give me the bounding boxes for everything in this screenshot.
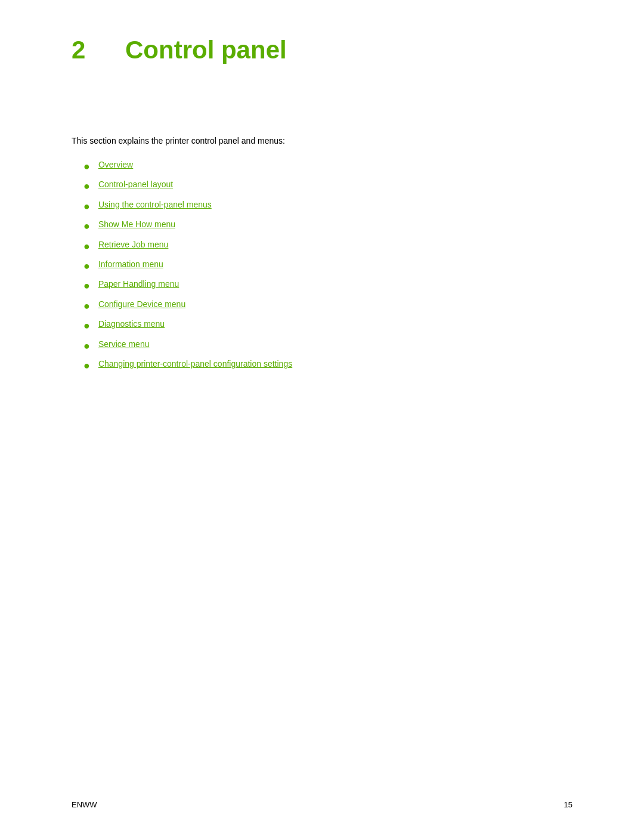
list-item: ●Show Me How menu	[83, 219, 572, 233]
toc-link-diagnostics-menu[interactable]: Diagnostics menu	[98, 319, 165, 329]
list-item: ●Retrieve Job menu	[83, 240, 572, 253]
toc-link-service-menu[interactable]: Service menu	[98, 339, 150, 349]
bullet-icon: ●	[83, 339, 90, 353]
section-intro: This section explains the printer contro…	[72, 136, 572, 145]
list-item: ●Changing printer-control-panel configur…	[83, 359, 572, 373]
page: 2 Control panel This section explains th…	[0, 0, 644, 833]
bullet-icon: ●	[83, 319, 90, 333]
toc-link-overview[interactable]: Overview	[98, 160, 133, 169]
toc-link-retrieve-job-menu[interactable]: Retrieve Job menu	[98, 240, 169, 249]
bullet-icon: ●	[83, 219, 90, 233]
toc-link-paper-handling-menu[interactable]: Paper Handling menu	[98, 279, 179, 289]
chapter-header: 2 Control panel	[72, 36, 572, 64]
list-item: ●Service menu	[83, 339, 572, 353]
bullet-icon: ●	[83, 240, 90, 253]
list-item: ●Diagnostics menu	[83, 319, 572, 333]
list-item: ●Control-panel layout	[83, 179, 572, 193]
list-item: ●Using the control-panel menus	[83, 200, 572, 213]
chapter-number: 2	[72, 36, 107, 64]
toc-link-using-control-panel-menus[interactable]: Using the control-panel menus	[98, 200, 212, 209]
toc-link-control-panel-layout[interactable]: Control-panel layout	[98, 179, 173, 189]
bullet-icon: ●	[83, 359, 90, 373]
bullet-icon: ●	[83, 179, 90, 193]
list-item: ●Paper Handling menu	[83, 279, 572, 293]
bullet-icon: ●	[83, 259, 90, 273]
footer-left: ENWW	[72, 800, 97, 809]
toc-list: ●Overview●Control-panel layout●Using the…	[83, 160, 572, 373]
bullet-icon: ●	[83, 200, 90, 213]
footer-right: 15	[564, 800, 572, 809]
toc-link-information-menu[interactable]: Information menu	[98, 259, 163, 269]
list-item: ●Overview	[83, 160, 572, 174]
toc-link-show-me-how-menu[interactable]: Show Me How menu	[98, 219, 175, 229]
bullet-icon: ●	[83, 160, 90, 174]
list-item: ●Configure Device menu	[83, 299, 572, 313]
bullet-icon: ●	[83, 299, 90, 313]
toc-link-configure-device-menu[interactable]: Configure Device menu	[98, 299, 185, 309]
footer: ENWW 15	[72, 800, 572, 809]
list-item: ●Information menu	[83, 259, 572, 273]
toc-link-changing-settings[interactable]: Changing printer-control-panel configura…	[98, 359, 292, 368]
chapter-title: Control panel	[125, 36, 287, 64]
bullet-icon: ●	[83, 279, 90, 293]
